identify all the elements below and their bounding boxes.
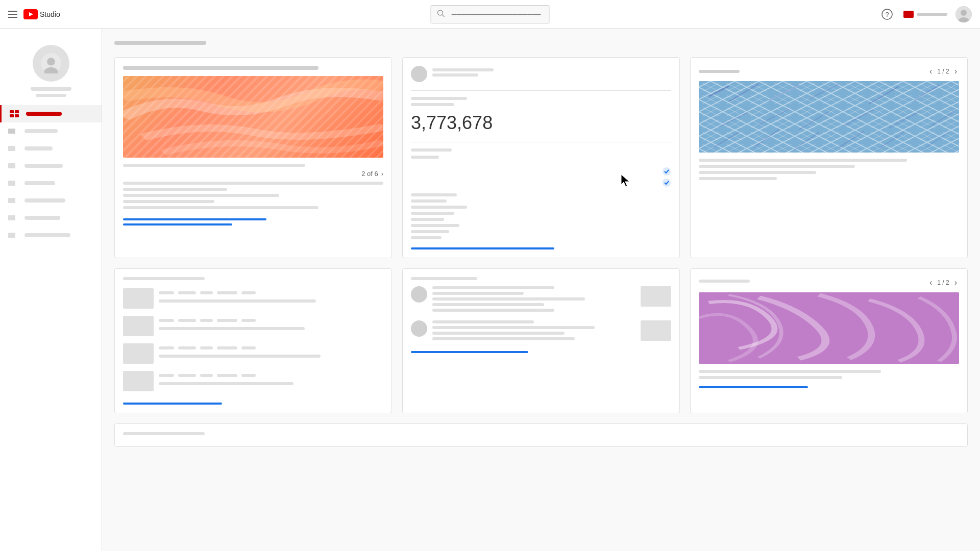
separator2 [411,142,671,142]
sidebar-channel-name [31,87,71,91]
svg-rect-15 [15,114,19,117]
main-content: 2 of 6 › [102,29,980,551]
search-bar [431,5,550,23]
stats-footer6 [411,224,459,227]
card1-progress2 [123,223,232,226]
svg-rect-13 [15,110,19,113]
pagination-purple: 1 / 2 [937,279,949,286]
list-stat5 [241,291,256,294]
card1-meta3 [123,188,227,191]
chevron-right-icon[interactable]: › [381,170,383,178]
svg-point-2 [438,10,443,15]
comment-avatar-2 [411,320,427,337]
list-bar1 [159,299,316,303]
list-item [123,288,383,309]
audiolib-icon [8,232,18,239]
sidebar-avatar-section [0,37,102,105]
list-thumb-1 [123,288,154,309]
dashboard-icon [10,110,20,117]
youtube-studio-logo: Studio [23,9,60,19]
sidebar-item-dashboard[interactable] [0,105,102,122]
list-progress [123,403,222,405]
list-stat1 [159,291,174,294]
thumbnail-orange [123,76,383,158]
stats-big-number: 3,773,678 [411,112,671,134]
sidebar-label-monetization [24,198,65,203]
prev-btn-purple[interactable]: ‹ [927,277,934,288]
card-thumbnail-orange: 2 of 6 › [114,57,392,258]
help-button[interactable]: ? [879,6,895,22]
stats-sublabel2 [411,156,439,159]
sidebar-item-analytics[interactable] [0,140,102,157]
list-item [123,371,383,391]
cards-grid: 2 of 6 › [114,57,968,413]
card1-pagination: 2 of 6 › [361,170,383,178]
stats-sublabel [411,148,452,152]
stats-footer1 [411,193,457,196]
sidebar-item-audiolib[interactable] [0,227,102,244]
sidebar-item-label-dashboard [26,112,62,116]
comments-progress [411,351,528,353]
page-title [114,41,206,45]
header-left: Studio [8,9,60,19]
search-input[interactable] [431,5,550,23]
card1-meta2 [123,182,383,185]
list-thumb-3 [123,343,154,364]
channel-name-bar [917,13,947,16]
svg-text:?: ? [885,11,889,18]
next-btn-purple[interactable]: › [952,277,959,288]
card-stats: 3,773,678 [402,57,680,258]
stats-footer8 [411,236,442,239]
content-icon [8,128,18,135]
card3-nav-header: ‹ 1 / 2 › [699,66,959,77]
svg-line-3 [443,15,445,17]
card6-title-bar [699,280,750,283]
card6-nav-header: ‹ 1 / 2 › [699,277,959,288]
card1-title [123,66,318,70]
prev-btn-blue[interactable]: ‹ [927,66,934,77]
subtitles-icon [8,180,18,187]
checkmark-icon-1 [662,167,671,176]
svg-point-7 [961,10,967,16]
svg-point-10 [47,58,55,66]
comment-meta-bar [432,73,478,77]
list-thumb-2 [123,316,154,336]
comment-name-bar [432,68,494,71]
card-list [114,268,392,413]
card3-title-bar [699,70,740,73]
pagination-blue: 1 / 2 [937,68,949,75]
card1-meta5 [123,200,214,203]
list-stat2 [178,291,196,294]
header-right: ? [879,6,972,22]
user-avatar[interactable] [955,6,972,22]
sidebar-item-subtitles[interactable] [0,174,102,192]
stats-footer4 [411,212,454,215]
card1-meta6 [123,206,318,209]
sidebar [0,29,102,551]
stats-progress [411,247,554,249]
next-btn-blue[interactable]: › [952,66,959,77]
comment-thumb-2 [641,320,671,341]
sidebar-label-subtitles [24,181,55,185]
card1-meta1 [123,164,305,167]
comment-avatar-1 [411,286,427,303]
sidebar-item-content[interactable] [0,122,102,140]
card3-meta3 [699,171,816,174]
header: Studio ? [0,0,980,29]
language-flag-button[interactable] [903,11,947,18]
comment-row-1 [411,286,671,314]
comments-icon [8,162,18,169]
youtube-icon [23,9,38,19]
stats-footer5 [411,218,444,221]
comment-row-2 [411,320,671,343]
sidebar-avatar [33,45,69,82]
card6-meta1 [699,370,881,373]
sidebar-item-comments[interactable] [0,157,102,174]
stats-label1 [411,97,467,100]
card-purple-thumbnail: ‹ 1 / 2 › [690,268,968,413]
thumbnail-purple [699,292,959,364]
sidebar-item-customization[interactable] [0,209,102,227]
menu-button[interactable] [8,11,17,18]
search-icon [437,9,445,19]
sidebar-item-monetization[interactable] [0,192,102,209]
